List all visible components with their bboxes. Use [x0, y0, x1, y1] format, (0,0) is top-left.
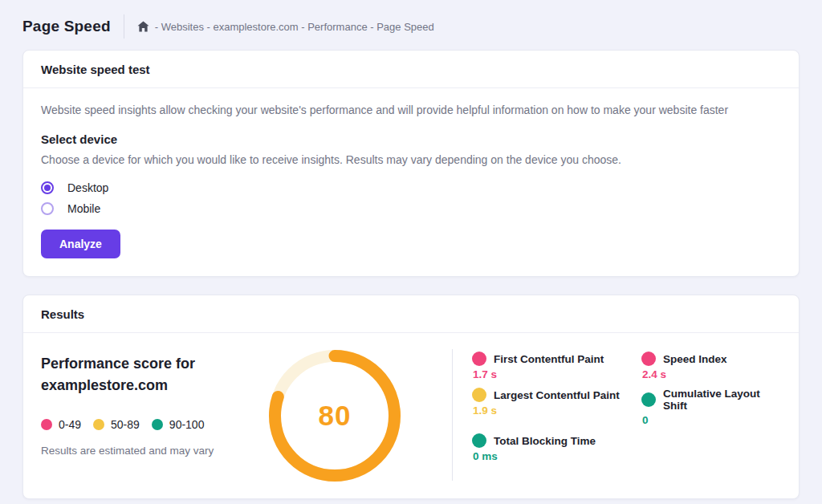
- metrics-grid: First Contentful Paint 1.7 s Speed Index…: [472, 347, 781, 482]
- speed-test-card-body: Website speed insights allow checking yo…: [23, 88, 799, 276]
- score-heading: Performance score for examplestore.com: [41, 353, 246, 396]
- score-heading-line2: examplestore.com: [41, 375, 246, 396]
- legend-item-bad: 0-49: [41, 418, 81, 431]
- score-value: 80: [268, 349, 401, 482]
- select-device-title: Select device: [41, 132, 781, 146]
- metric-label: Total Blocking Time: [494, 435, 596, 447]
- results-card: Results Performance score for examplesto…: [22, 295, 800, 499]
- select-device-description: Choose a device for which you would like…: [41, 153, 781, 167]
- score-legend: 0-49 50-89 90-100: [41, 418, 246, 431]
- metric-dot: [641, 352, 656, 366]
- radio-desktop-label[interactable]: Desktop: [67, 181, 108, 194]
- performance-score-donut: 80: [268, 349, 401, 482]
- speed-test-card-header: Website speed test: [23, 51, 799, 88]
- metric-dot: [472, 352, 486, 366]
- radio-mobile-label[interactable]: Mobile: [67, 202, 100, 215]
- metric-cumulative-layout-shift: Cumulative Layout Shift 0: [641, 388, 781, 426]
- main-content: Website speed test Website speed insight…: [0, 50, 822, 499]
- legend-dot-pink: [41, 419, 52, 430]
- results-card-title: Results: [41, 307, 781, 321]
- radio-mobile-circle[interactable]: [41, 202, 54, 215]
- metric-value: 1.7 s: [473, 368, 641, 380]
- device-radio-group: Desktop Mobile: [41, 181, 781, 215]
- radio-option-desktop[interactable]: Desktop: [41, 181, 108, 194]
- results-divider: [452, 349, 453, 481]
- legend-item-good: 90-100: [152, 418, 205, 431]
- metric-total-blocking-time: Total Blocking Time 0 ms: [472, 433, 641, 462]
- score-heading-line1: Performance score for: [41, 353, 246, 375]
- page-title: Page Speed: [22, 18, 111, 35]
- legend-dot-yellow: [93, 419, 104, 430]
- speed-test-card-title: Website speed test: [41, 63, 781, 76]
- metric-dot: [472, 433, 486, 448]
- metric-speed-index: Speed Index 2.4 s: [641, 352, 781, 380]
- metric-label: Speed Index: [663, 353, 727, 365]
- breadcrumb-path[interactable]: - Websites - examplestore.com - Performa…: [155, 21, 434, 33]
- legend-item-medium: 50-89: [93, 418, 140, 431]
- page-header: Page Speed - Websites - examplestore.com…: [0, 0, 822, 50]
- breadcrumb: - Websites - examplestore.com - Performa…: [137, 21, 434, 33]
- metric-label: Largest Contentful Paint: [494, 389, 620, 401]
- metric-dot: [472, 388, 486, 402]
- home-icon[interactable]: [137, 21, 149, 32]
- metric-value: 2.4 s: [642, 368, 781, 380]
- results-card-header: Results: [23, 295, 799, 333]
- legend-label: 50-89: [111, 418, 140, 431]
- metric-value: 0 ms: [473, 450, 641, 462]
- metric-value: 1.9 s: [473, 404, 641, 417]
- metric-largest-contentful-paint: Largest Contentful Paint 1.9 s: [472, 388, 641, 426]
- legend-dot-teal: [152, 419, 163, 430]
- results-note: Results are estimated and may vary: [41, 445, 246, 457]
- metric-dot: [641, 392, 656, 407]
- metric-label: First Contentful Paint: [494, 353, 604, 365]
- score-summary: Performance score for examplestore.com 0…: [41, 347, 246, 482]
- metric-label: Cumulative Layout Shift: [663, 388, 781, 412]
- analyze-button[interactable]: Analyze: [41, 230, 120, 258]
- radio-desktop-circle[interactable]: [41, 181, 54, 194]
- speed-test-card: Website speed test Website speed insight…: [22, 50, 800, 277]
- metric-first-contentful-paint: First Contentful Paint 1.7 s: [472, 352, 641, 380]
- results-card-body: Performance score for examplestore.com 0…: [23, 333, 799, 498]
- legend-label: 0-49: [59, 418, 81, 431]
- legend-label: 90-100: [169, 418, 205, 431]
- header-divider: [124, 14, 124, 39]
- radio-option-mobile[interactable]: Mobile: [41, 202, 100, 215]
- speed-test-description: Website speed insights allow checking yo…: [41, 104, 781, 117]
- metric-value: 0: [642, 414, 781, 426]
